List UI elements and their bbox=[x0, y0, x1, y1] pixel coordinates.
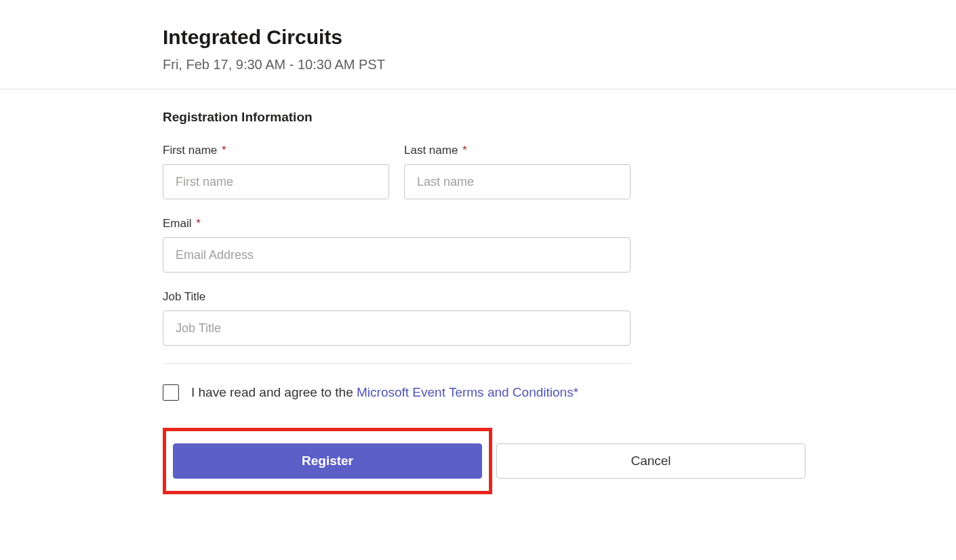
job-title-field: Job Title bbox=[163, 290, 631, 346]
first-name-field: First name * bbox=[163, 144, 389, 199]
email-label: Email * bbox=[163, 217, 631, 231]
terms-prefix: I have read and agree to the bbox=[191, 385, 357, 399]
register-highlight-box: Register bbox=[163, 428, 492, 494]
section-title: Registration Information bbox=[163, 110, 631, 125]
form-divider bbox=[163, 363, 631, 364]
event-title: Integrated Circuits bbox=[163, 26, 793, 49]
registration-page: Integrated Circuits Fri, Feb 17, 9:30 AM… bbox=[0, 0, 956, 494]
required-indicator: * bbox=[459, 144, 466, 157]
terms-text: I have read and agree to the Microsoft E… bbox=[191, 385, 578, 400]
last-name-input[interactable] bbox=[404, 164, 631, 199]
event-datetime: Fri, Feb 17, 9:30 AM - 10:30 AM PST bbox=[163, 57, 793, 73]
terms-link[interactable]: Microsoft Event Terms and Conditions bbox=[357, 385, 574, 399]
last-name-label: Last name * bbox=[404, 144, 631, 157]
job-title-label: Job Title bbox=[163, 290, 631, 304]
terms-required-indicator: * bbox=[574, 385, 578, 399]
terms-row: I have read and agree to the Microsoft E… bbox=[163, 384, 631, 401]
event-header: Integrated Circuits Fri, Feb 17, 9:30 AM… bbox=[0, 0, 956, 89]
cancel-button[interactable]: Cancel bbox=[496, 443, 805, 479]
registration-form: Registration Information First name * La… bbox=[0, 89, 793, 494]
required-indicator: * bbox=[218, 144, 226, 157]
email-input[interactable] bbox=[163, 237, 631, 273]
job-title-input[interactable] bbox=[163, 311, 631, 346]
register-button[interactable]: Register bbox=[173, 443, 482, 479]
job-title-label-text: Job Title bbox=[163, 290, 205, 303]
job-title-row: Job Title bbox=[163, 290, 631, 346]
first-name-label: First name * bbox=[163, 144, 389, 157]
last-name-field: Last name * bbox=[404, 144, 631, 199]
name-row: First name * Last name * bbox=[163, 144, 631, 199]
first-name-input[interactable] bbox=[163, 164, 389, 199]
last-name-label-text: Last name bbox=[404, 144, 458, 157]
required-indicator: * bbox=[193, 217, 201, 230]
email-label-text: Email bbox=[163, 217, 192, 230]
email-field: Email * bbox=[163, 217, 631, 273]
email-row: Email * bbox=[163, 217, 631, 273]
first-name-label-text: First name bbox=[163, 144, 217, 157]
terms-checkbox[interactable] bbox=[163, 384, 179, 401]
button-row: Register Cancel bbox=[163, 428, 631, 494]
